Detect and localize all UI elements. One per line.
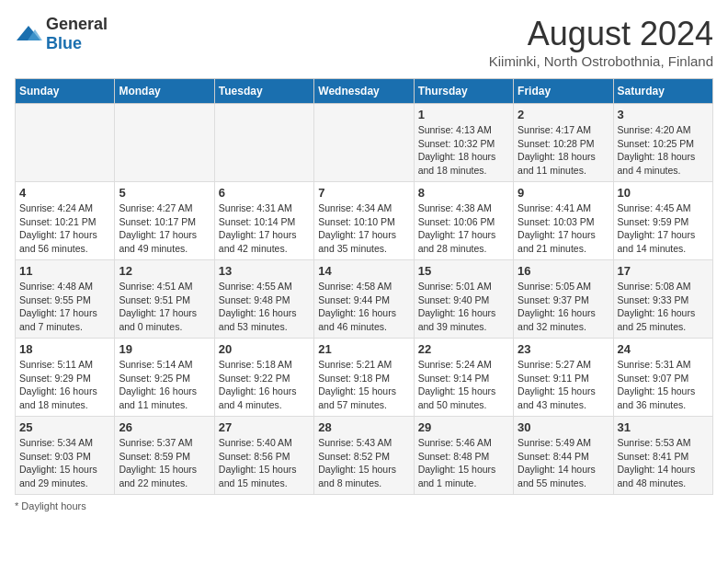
day-number: 4: [19, 186, 110, 200]
day-header-wednesday: Wednesday: [314, 79, 414, 104]
calendar-cell: 16Sunrise: 5:05 AM Sunset: 9:37 PM Dayli…: [514, 260, 613, 339]
day-number: 11: [19, 264, 110, 278]
day-detail: Sunrise: 4:41 AM Sunset: 10:03 PM Daylig…: [518, 201, 609, 256]
day-detail: Sunrise: 5:53 AM Sunset: 8:41 PM Dayligh…: [618, 436, 709, 490]
day-number: 2: [518, 108, 609, 121]
day-detail: Sunrise: 5:43 AM Sunset: 8:52 PM Dayligh…: [318, 436, 409, 490]
day-detail: Sunrise: 4:27 AM Sunset: 10:17 PM Daylig…: [119, 201, 210, 256]
day-number: 21: [318, 342, 409, 356]
week-row-2: 4Sunrise: 4:24 AM Sunset: 10:21 PM Dayli…: [16, 182, 713, 260]
day-detail: Sunrise: 5:34 AM Sunset: 9:03 PM Dayligh…: [19, 436, 110, 490]
day-number: 19: [119, 342, 210, 356]
calendar-cell: 26Sunrise: 5:37 AM Sunset: 8:59 PM Dayli…: [115, 417, 214, 495]
day-detail: Sunrise: 5:37 AM Sunset: 8:59 PM Dayligh…: [119, 436, 210, 490]
calendar-cell: 11Sunrise: 4:48 AM Sunset: 9:55 PM Dayli…: [16, 260, 115, 339]
logo-text-general: General: [46, 15, 108, 33]
day-number: 7: [318, 186, 409, 200]
calendar-cell: [16, 104, 115, 182]
day-header-friday: Friday: [514, 79, 613, 104]
day-number: 6: [219, 186, 310, 200]
calendar-cell: 7Sunrise: 4:34 AM Sunset: 10:10 PM Dayli…: [314, 182, 414, 260]
calendar-cell: 22Sunrise: 5:24 AM Sunset: 9:14 PM Dayli…: [414, 339, 513, 417]
day-number: 3: [618, 108, 709, 121]
day-number: 15: [418, 264, 509, 278]
day-detail: Sunrise: 5:49 AM Sunset: 8:44 PM Dayligh…: [518, 436, 609, 490]
day-detail: Sunrise: 4:55 AM Sunset: 9:48 PM Dayligh…: [219, 280, 310, 334]
day-detail: Sunrise: 5:08 AM Sunset: 9:33 PM Dayligh…: [618, 280, 709, 334]
day-detail: Sunrise: 4:51 AM Sunset: 9:51 PM Dayligh…: [119, 280, 210, 334]
day-detail: Sunrise: 5:18 AM Sunset: 9:22 PM Dayligh…: [219, 358, 310, 412]
calendar-cell: 18Sunrise: 5:11 AM Sunset: 9:29 PM Dayli…: [16, 339, 115, 417]
calendar-cell: 9Sunrise: 4:41 AM Sunset: 10:03 PM Dayli…: [514, 182, 613, 260]
calendar-cell: 31Sunrise: 5:53 AM Sunset: 8:41 PM Dayli…: [613, 417, 712, 495]
calendar-cell: 3Sunrise: 4:20 AM Sunset: 10:25 PM Dayli…: [613, 104, 712, 182]
subtitle: Kiiminki, North Ostrobothnia, Finland: [489, 53, 713, 69]
day-detail: Sunrise: 5:31 AM Sunset: 9:07 PM Dayligh…: [618, 358, 709, 412]
calendar-cell: 24Sunrise: 5:31 AM Sunset: 9:07 PM Dayli…: [613, 339, 712, 417]
day-detail: Sunrise: 4:38 AM Sunset: 10:06 PM Daylig…: [418, 201, 509, 256]
calendar-cell: 2Sunrise: 4:17 AM Sunset: 10:28 PM Dayli…: [514, 104, 613, 182]
day-number: 30: [518, 420, 609, 434]
week-row-3: 11Sunrise: 4:48 AM Sunset: 9:55 PM Dayli…: [16, 260, 713, 339]
day-number: 26: [119, 420, 210, 434]
day-detail: Sunrise: 4:58 AM Sunset: 9:44 PM Dayligh…: [318, 280, 409, 334]
week-row-5: 25Sunrise: 5:34 AM Sunset: 9:03 PM Dayli…: [16, 417, 713, 495]
calendar-cell: 6Sunrise: 4:31 AM Sunset: 10:14 PM Dayli…: [214, 182, 313, 260]
day-detail: Sunrise: 5:27 AM Sunset: 9:11 PM Dayligh…: [518, 358, 609, 412]
day-number: 18: [19, 342, 110, 356]
calendar-cell: 19Sunrise: 5:14 AM Sunset: 9:25 PM Dayli…: [115, 339, 214, 417]
day-detail: Sunrise: 4:45 AM Sunset: 9:59 PM Dayligh…: [618, 201, 709, 256]
week-row-4: 18Sunrise: 5:11 AM Sunset: 9:29 PM Dayli…: [16, 339, 713, 417]
day-header-tuesday: Tuesday: [214, 79, 313, 104]
header: General Blue August 2024 Kiiminki, North…: [15, 15, 713, 69]
calendar-cell: 17Sunrise: 5:08 AM Sunset: 9:33 PM Dayli…: [613, 260, 712, 339]
day-number: 8: [418, 186, 509, 200]
day-number: 24: [618, 342, 709, 356]
day-number: 10: [618, 186, 709, 200]
calendar-cell: 1Sunrise: 4:13 AM Sunset: 10:32 PM Dayli…: [414, 104, 513, 182]
calendar-cell: 14Sunrise: 4:58 AM Sunset: 9:44 PM Dayli…: [314, 260, 414, 339]
calendar-cell: 23Sunrise: 5:27 AM Sunset: 9:11 PM Dayli…: [514, 339, 613, 417]
calendar-cell: 4Sunrise: 4:24 AM Sunset: 10:21 PM Dayli…: [16, 182, 115, 260]
calendar-cell: [115, 104, 214, 182]
day-number: 31: [618, 420, 709, 434]
day-number: 20: [219, 342, 310, 356]
calendar-cell: 8Sunrise: 4:38 AM Sunset: 10:06 PM Dayli…: [414, 182, 513, 260]
day-number: 17: [618, 264, 709, 278]
day-detail: Sunrise: 4:34 AM Sunset: 10:10 PM Daylig…: [318, 201, 409, 256]
day-detail: Sunrise: 5:05 AM Sunset: 9:37 PM Dayligh…: [518, 280, 609, 334]
calendar-cell: 13Sunrise: 4:55 AM Sunset: 9:48 PM Dayli…: [214, 260, 313, 339]
day-number: 29: [418, 420, 509, 434]
day-number: 9: [518, 186, 609, 200]
footer-note: * Daylight hours: [15, 500, 713, 511]
calendar-cell: 21Sunrise: 5:21 AM Sunset: 9:18 PM Dayli…: [314, 339, 414, 417]
day-number: 28: [318, 420, 409, 434]
calendar-table: SundayMondayTuesdayWednesdayThursdayFrid…: [15, 78, 713, 495]
calendar-cell: 27Sunrise: 5:40 AM Sunset: 8:56 PM Dayli…: [214, 417, 313, 495]
day-number: 5: [119, 186, 210, 200]
day-number: 27: [219, 420, 310, 434]
day-detail: Sunrise: 4:31 AM Sunset: 10:14 PM Daylig…: [219, 201, 310, 256]
day-number: 12: [119, 264, 210, 278]
day-number: 13: [219, 264, 310, 278]
day-detail: Sunrise: 5:01 AM Sunset: 9:40 PM Dayligh…: [418, 280, 509, 334]
day-header-monday: Monday: [115, 79, 214, 104]
day-header-sunday: Sunday: [16, 79, 115, 104]
day-detail: Sunrise: 4:13 AM Sunset: 10:32 PM Daylig…: [418, 123, 509, 178]
calendar-cell: 28Sunrise: 5:43 AM Sunset: 8:52 PM Dayli…: [314, 417, 414, 495]
logo-icon: [15, 24, 42, 44]
day-number: 22: [418, 342, 509, 356]
calendar-cell: [314, 104, 414, 182]
day-detail: Sunrise: 5:11 AM Sunset: 9:29 PM Dayligh…: [19, 358, 110, 412]
calendar-cell: 20Sunrise: 5:18 AM Sunset: 9:22 PM Dayli…: [214, 339, 313, 417]
day-number: 23: [518, 342, 609, 356]
calendar-cell: [214, 104, 313, 182]
calendar-cell: 25Sunrise: 5:34 AM Sunset: 9:03 PM Dayli…: [16, 417, 115, 495]
day-number: 25: [19, 420, 110, 434]
calendar-cell: 5Sunrise: 4:27 AM Sunset: 10:17 PM Dayli…: [115, 182, 214, 260]
calendar-cell: 10Sunrise: 4:45 AM Sunset: 9:59 PM Dayli…: [613, 182, 712, 260]
day-detail: Sunrise: 4:20 AM Sunset: 10:25 PM Daylig…: [618, 123, 709, 178]
calendar-cell: 30Sunrise: 5:49 AM Sunset: 8:44 PM Dayli…: [514, 417, 613, 495]
day-detail: Sunrise: 5:21 AM Sunset: 9:18 PM Dayligh…: [318, 358, 409, 412]
day-header-thursday: Thursday: [414, 79, 513, 104]
